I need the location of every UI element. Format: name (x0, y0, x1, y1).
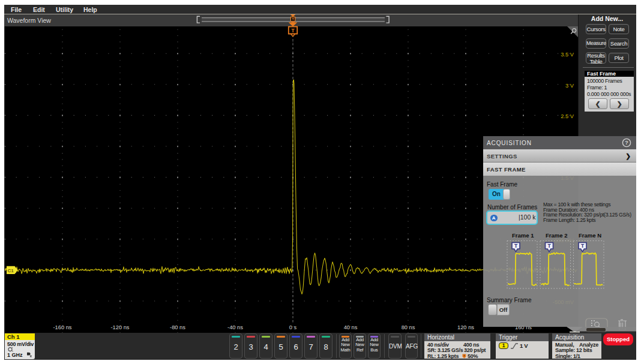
svg-text:80 ns: 80 ns (402, 324, 415, 330)
svg-text:120 ns: 120 ns (457, 324, 474, 330)
svg-text:40 ns: 40 ns (344, 324, 358, 330)
svg-text:-80 ns: -80 ns (170, 324, 185, 330)
svg-text:-160 ns: -160 ns (53, 324, 71, 330)
svg-text:3.5 V: 3.5 V (561, 52, 574, 58)
svg-text:3 V: 3 V (565, 83, 574, 89)
svg-text:?: ? (625, 139, 628, 146)
svg-text:T: T (292, 17, 294, 21)
svg-text:0 s: 0 s (289, 324, 297, 330)
svg-text:T: T (291, 28, 295, 34)
svg-text:2.5 V: 2.5 V (561, 113, 574, 119)
svg-text:-120 ns: -120 ns (110, 324, 129, 330)
svg-text:-40 ns: -40 ns (227, 324, 243, 330)
svg-text:C1: C1 (8, 268, 14, 273)
